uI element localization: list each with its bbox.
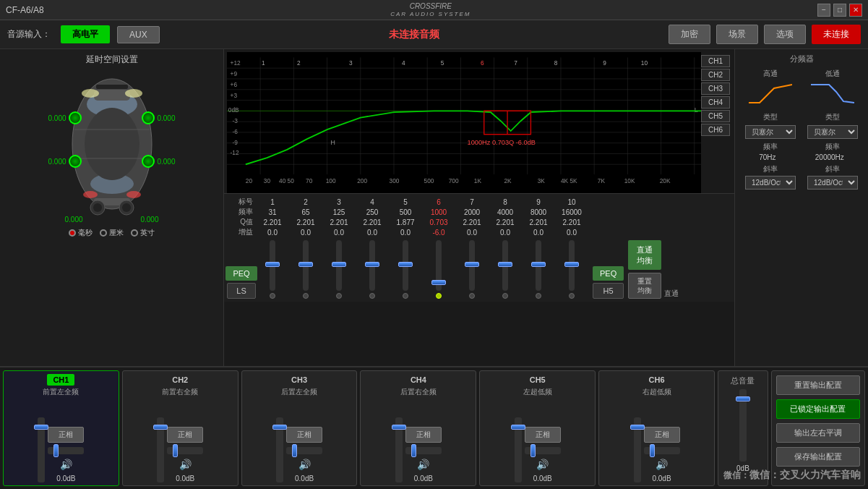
source-aux-button[interactable]: AUX [117,26,160,43]
eq-graph-svg[interactable]: +12 +9 +6 +3 0dB -3 -6 -9 -12 20 30 40 5… [227,52,701,193]
ch1-volume-thumb[interactable] [34,425,48,430]
band-10-thumb[interactable] [564,262,579,267]
band-7-slider[interactable] [469,240,475,291]
ch6-level-thumb[interactable] [650,444,655,457]
band-9-thumb[interactable] [531,262,546,267]
ch1-level-slider[interactable] [48,447,84,454]
reset-config-button[interactable]: 重置输出配置 [776,375,860,395]
hs-button[interactable]: H5 [593,283,624,299]
band-3-thumb[interactable] [332,262,346,267]
ch3-volume-thumb[interactable] [272,425,287,430]
unit-inches[interactable]: 英寸 [131,228,155,238]
ch3-level-thumb[interactable] [292,444,297,457]
ch1-volume-slider[interactable] [38,417,45,482]
band-4-dot[interactable] [369,293,375,299]
band-5-dot[interactable] [403,293,408,299]
ch1-level-thumb[interactable] [53,444,59,457]
ch5-graph-button[interactable]: CH5 [701,110,730,122]
ch2-level-thumb[interactable] [173,444,178,457]
total-volume-slider[interactable] [739,389,747,462]
band-6-slider[interactable] [436,240,442,291]
ch4-level-thumb[interactable] [411,444,416,457]
ch6-volume-thumb[interactable] [630,425,645,430]
band-10-slider[interactable] [569,240,575,291]
band-2-thumb[interactable] [298,262,313,267]
through-button[interactable]: 直通均衡 [628,240,661,270]
ch4-level-slider[interactable] [405,447,442,454]
front-right-speaker[interactable]: 0.000 [142,111,175,124]
ch2-volume-slider[interactable] [157,417,164,482]
save-config-button[interactable]: 保存输出配置 [776,447,860,467]
band-10-dot[interactable] [569,293,575,299]
low-pass-type-select[interactable]: 贝塞尔 [807,125,858,139]
low-pass-slope-select[interactable]: 12dB/Oct [807,176,858,190]
lock-config-button[interactable]: 已锁定输出配置 [776,399,860,419]
ch5-volume-slider[interactable] [515,417,522,482]
band-2-dot[interactable] [303,293,309,299]
rear-left-speaker[interactable]: 0.000 [48,155,82,168]
band-7-thumb[interactable] [465,262,479,267]
close-button[interactable]: ✕ [849,4,862,17]
ch2-graph-button[interactable]: CH2 [701,69,730,81]
band-1-thumb[interactable] [265,262,280,267]
ch1-phase-button[interactable]: 正相 [48,427,84,443]
encrypt-button[interactable]: 加密 [669,25,710,44]
ch4-volume-slider[interactable] [395,417,403,482]
band-3-slider[interactable] [336,240,342,291]
band-6-dot[interactable] [436,293,442,299]
band-4-slider[interactable] [369,240,375,291]
ch2-volume-thumb[interactable] [153,425,168,430]
unit-ms-radio[interactable] [69,229,76,237]
source-high-level-button[interactable]: 高电平 [61,25,110,43]
ch5-phase-button[interactable]: 正相 [525,427,561,443]
ch6-graph-button[interactable]: CH6 [701,124,730,136]
peq-right-button[interactable]: PEQ [593,266,624,281]
rear-right-speaker[interactable]: 0.000 [142,155,175,168]
reset-button[interactable]: 重置均衡 [628,273,661,299]
ch4-phase-button[interactable]: 正相 [405,427,442,443]
ch2-phase-button[interactable]: 正相 [167,427,203,443]
ch3-volume-slider[interactable] [276,417,283,482]
band-3-dot[interactable] [336,293,342,299]
unit-inch-radio[interactable] [131,229,138,237]
unit-cm-radio[interactable] [100,229,107,237]
ch3-level-slider[interactable] [286,447,322,454]
ch3-phase-button[interactable]: 正相 [286,427,322,443]
band-5-slider[interactable] [403,240,408,291]
peq-left-button[interactable]: PEQ [225,266,257,281]
ch5-level-thumb[interactable] [530,444,536,457]
band-6-thumb[interactable] [431,280,446,285]
minimize-button[interactable]: − [817,4,830,17]
band-9-slider[interactable] [536,240,541,291]
options-button[interactable]: 选项 [764,25,806,44]
front-left-speaker[interactable]: 0.000 [48,111,82,124]
ch3-graph-button[interactable]: CH3 [701,82,730,95]
high-pass-slope-select[interactable]: 12dB/Oct [745,176,796,190]
ch6-volume-slider[interactable] [634,417,641,482]
band-8-dot[interactable] [502,293,508,299]
ch6-phase-button[interactable]: 正相 [644,427,680,443]
band-2-slider[interactable] [303,240,309,291]
ls-button[interactable]: LS [227,283,255,299]
sub-right-speaker[interactable]: 0.000 [140,216,158,224]
ch4-volume-thumb[interactable] [392,425,406,430]
unit-centimeters[interactable]: 厘米 [100,228,124,238]
total-volume-thumb[interactable] [736,396,750,401]
band-8-slider[interactable] [502,240,508,291]
band-5-thumb[interactable] [398,262,413,267]
ch5-volume-thumb[interactable] [511,425,525,430]
band-7-dot[interactable] [469,293,475,299]
ch4-speaker-icon[interactable]: 🔊 [417,459,429,470]
band-1-slider[interactable] [270,240,275,291]
ch5-speaker-icon[interactable]: 🔊 [536,459,549,470]
lr-balance-button[interactable]: 输出左右平调 [776,423,860,443]
restore-button[interactable]: □ [833,4,846,17]
ch2-speaker-icon[interactable]: 🔊 [179,459,192,470]
high-pass-type-select[interactable]: 贝塞尔 [745,125,796,139]
band-9-dot[interactable] [536,293,541,299]
ch3-speaker-icon[interactable]: 🔊 [298,459,311,470]
unit-milliseconds[interactable]: 毫秒 [69,228,93,238]
band-4-thumb[interactable] [365,262,379,267]
band-8-thumb[interactable] [498,262,512,267]
ch6-speaker-icon[interactable]: 🔊 [656,459,668,470]
